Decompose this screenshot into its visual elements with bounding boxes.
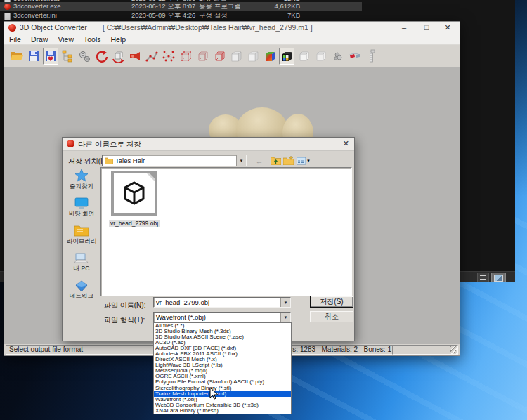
- place-network[interactable]: 네트워크: [70, 278, 93, 301]
- details-view-icon: [480, 275, 486, 280]
- solid-box-2-button[interactable]: [245, 48, 261, 65]
- textured-box-icon: [280, 49, 294, 63]
- menu-file[interactable]: File: [4, 34, 26, 44]
- maximize-button[interactable]: □: [416, 22, 437, 34]
- app-icon: [8, 24, 16, 32]
- file-date: 2023-05-09 오후 4:26: [131, 11, 195, 20]
- explorer-file-row[interactable]: 3dconverter.ini2023-05-09 오후 4:26구성 설정7K…: [0, 11, 362, 20]
- place-label: 즐겨찾기: [70, 183, 93, 191]
- menu-view[interactable]: View: [53, 34, 79, 44]
- rotate-sphere-button[interactable]: [93, 48, 109, 65]
- menu-draw[interactable]: Draw: [26, 34, 53, 44]
- resize-grip[interactable]: [450, 346, 457, 354]
- open-folder-button[interactable]: [9, 48, 25, 65]
- dialog-close-icon[interactable]: ✕: [343, 139, 349, 148]
- camera-icon: [128, 49, 142, 63]
- file-size: 4,612KB: [253, 2, 300, 11]
- new-folder-icon: [283, 156, 294, 165]
- folder-icon: [105, 157, 113, 164]
- hierarchy-button[interactable]: [60, 48, 75, 65]
- file-tile-selected[interactable]: vr_head_2799.obj: [104, 171, 164, 228]
- view-menu-button[interactable]: ▼: [295, 155, 312, 166]
- up-folder-button[interactable]: [270, 155, 281, 166]
- file-format-dropdown: All files (*.*)3D Studio Binary Mesh (*.…: [153, 322, 292, 414]
- status-message: Select output file format: [6, 345, 157, 355]
- rainbow-box-icon: [263, 49, 277, 63]
- back-button[interactable]: ←: [254, 155, 265, 166]
- format-option[interactable]: XNALara Binary (*.mesh): [154, 408, 291, 414]
- save-button[interactable]: 저장(S): [310, 296, 353, 308]
- chevron-down-icon[interactable]: ▼: [236, 155, 246, 166]
- wirebox-red-button[interactable]: [212, 48, 227, 65]
- save-button[interactable]: [26, 48, 41, 65]
- details-view-button[interactable]: [477, 273, 489, 282]
- dialog-titlebar[interactable]: 다른 이름으로 저장 ✕: [63, 138, 354, 151]
- app-titlebar[interactable]: 3D Object Converter [ C:₩Users₩Admin₩Des…: [4, 22, 460, 34]
- solid-box-button[interactable]: [228, 48, 244, 65]
- desktop-icon: [74, 196, 89, 209]
- menu-tools[interactable]: Tools: [79, 34, 106, 44]
- view-menu-icon: [297, 157, 306, 165]
- scale-ruler-button[interactable]: [363, 48, 379, 65]
- wirebox-dots-button[interactable]: [178, 48, 193, 65]
- place-label: 네트워크: [70, 292, 93, 301]
- material-gear-button[interactable]: [330, 48, 345, 65]
- ghost-box-icon: [297, 49, 311, 63]
- thumbnail-view-button[interactable]: [491, 273, 506, 282]
- ghost-box-2-button[interactable]: [313, 48, 328, 65]
- chevron-down-icon[interactable]: ▼: [280, 298, 290, 307]
- settings-gears-button[interactable]: [77, 48, 92, 65]
- file-size: 7KB: [253, 11, 300, 20]
- anaglyph-glasses-button[interactable]: [346, 48, 362, 65]
- settings-gears-icon: [77, 49, 91, 63]
- save-in-combobox[interactable]: Tales Hair ▼: [102, 155, 247, 166]
- file-type-label: 파일 형식(T):: [104, 315, 145, 325]
- place-pc[interactable]: 내 PC: [74, 251, 90, 273]
- bones-button[interactable]: [144, 48, 160, 65]
- toolbar: [4, 45, 460, 67]
- anaglyph-glasses-icon: [347, 49, 361, 63]
- rotate-cube-button[interactable]: [110, 48, 126, 65]
- bones-icon: [145, 49, 159, 63]
- vertices-button[interactable]: [161, 48, 176, 65]
- save-as-dialog: 다른 이름으로 저장 ✕ 저장 위치(I): Tales Hair ▼ ← ▼ …: [62, 137, 355, 341]
- pc-icon: [74, 251, 89, 264]
- place-desktop[interactable]: 바탕 화면: [69, 196, 94, 218]
- textured-box-button[interactable]: [279, 48, 294, 65]
- cube-icon: [122, 181, 147, 206]
- file-name: 3dconverter.ini: [13, 11, 57, 20]
- ghost-box-button[interactable]: [296, 48, 311, 65]
- file-name-combobox[interactable]: vr_head_2799.obj ▼: [153, 297, 291, 308]
- material-gear-icon: [330, 49, 344, 63]
- desktop: 3dconverter.dat2023-06-12 오후 8:00DAT 파일1…: [0, 0, 527, 420]
- chevron-down-icon[interactable]: ▼: [280, 313, 290, 322]
- app-title-path: [ C:₩Users₩Admin₩Desktop₩Tales Hair₩vr_h…: [103, 23, 313, 32]
- vertices-icon: [162, 49, 176, 63]
- obj-file-icon: [111, 171, 157, 216]
- place-label: 내 PC: [74, 265, 90, 273]
- wirebox-red-icon: [212, 49, 226, 63]
- place-library[interactable]: 라이브러리: [67, 223, 97, 246]
- cancel-button[interactable]: 취소: [310, 311, 353, 322]
- file-type-value: Wavefront (*.obj): [154, 313, 280, 321]
- solid-box-2-icon: [246, 49, 260, 63]
- explorer-file-row[interactable]: 3dconverter.exe2023-06-12 오후 8:07응용 프로그램…: [0, 2, 362, 11]
- save-as-button[interactable]: [43, 48, 58, 65]
- wirebox-dots-icon: [178, 49, 193, 63]
- file-list-area[interactable]: vr_head_2799.obj: [100, 167, 352, 296]
- minimize-button[interactable]: –: [393, 22, 415, 34]
- rainbow-box-button[interactable]: [262, 48, 278, 65]
- close-button[interactable]: ✕: [437, 22, 458, 34]
- menu-help[interactable]: Help: [106, 34, 131, 44]
- place-star[interactable]: 즐겨찾기: [70, 169, 93, 191]
- file-type-combobox[interactable]: Wavefront (*.obj) ▼: [153, 312, 291, 322]
- wirebox-button[interactable]: [195, 48, 210, 65]
- rotate-sphere-icon: [94, 49, 108, 63]
- menubar: FileDrawViewToolsHelp: [4, 34, 460, 45]
- file-tile-label: vr_head_2799.obj: [109, 220, 160, 227]
- new-folder-button[interactable]: [282, 155, 294, 166]
- save-in-label: 저장 위치(I):: [68, 157, 107, 166]
- camera-button[interactable]: [127, 48, 143, 65]
- ghost-box-2-icon: [313, 49, 327, 63]
- status-empty-segment: [392, 345, 458, 355]
